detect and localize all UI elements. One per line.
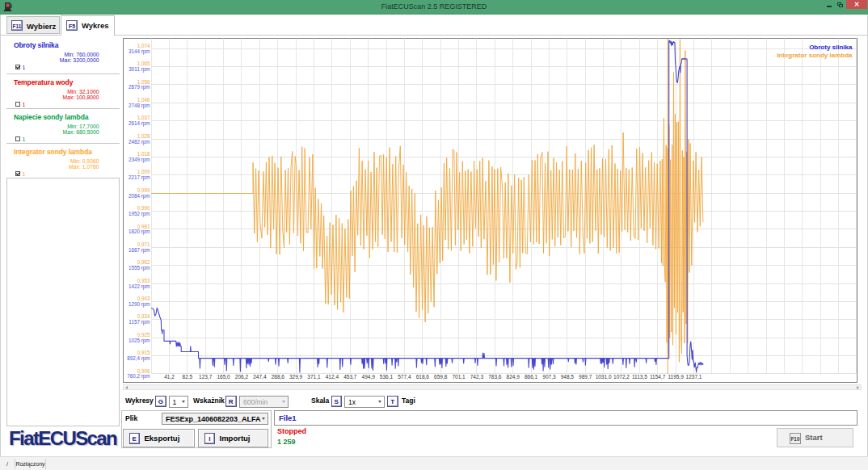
svg-text:82,5: 82,5 — [183, 374, 193, 380]
svg-text:2084 rpm: 2084 rpm — [129, 193, 150, 199]
svg-text:577,4: 577,4 — [398, 374, 411, 380]
svg-text:948,5: 948,5 — [561, 374, 575, 380]
svg-text:41,2: 41,2 — [164, 374, 175, 380]
svg-text:892,4 rpm: 892,4 rpm — [127, 355, 150, 362]
svg-text:618,6: 618,6 — [416, 374, 430, 380]
svg-text:1154,7: 1154,7 — [650, 374, 666, 380]
svg-text:824,9: 824,9 — [507, 374, 520, 380]
svg-text:247,4: 247,4 — [253, 374, 267, 380]
svg-text:3144 rpm: 3144 rpm — [129, 48, 150, 55]
svg-text:2879 rpm: 2879 rpm — [129, 84, 150, 90]
svg-text:1025 rpm: 1025 rpm — [129, 338, 150, 344]
svg-text:907,3: 907,3 — [542, 374, 556, 380]
svg-text:2614 rpm: 2614 rpm — [129, 120, 150, 127]
svg-text:206,2: 206,2 — [235, 374, 249, 380]
svg-text:453,7: 453,7 — [343, 374, 357, 380]
svg-text:1237,1: 1237,1 — [686, 374, 702, 380]
svg-text:3011 rpm: 3011 rpm — [129, 66, 150, 73]
svg-text:1113,5: 1113,5 — [632, 374, 647, 380]
svg-text:Integrator sondy lambda: Integrator sondy lambda — [777, 52, 853, 59]
svg-text:742,3: 742,3 — [470, 374, 484, 380]
svg-text:1157 rpm: 1157 rpm — [129, 319, 150, 325]
svg-text:2748 rpm: 2748 rpm — [129, 103, 150, 109]
svg-text:866,1: 866,1 — [525, 374, 538, 380]
svg-text:760,2 rpm: 760,2 rpm — [127, 373, 150, 380]
svg-text:536,1: 536,1 — [380, 374, 394, 380]
svg-text:1031,0: 1031,0 — [596, 374, 612, 380]
svg-text:1072,2: 1072,2 — [613, 374, 630, 380]
svg-text:412,4: 412,4 — [326, 374, 339, 380]
svg-text:2217 rpm: 2217 rpm — [129, 174, 150, 181]
svg-text:494,9: 494,9 — [362, 374, 376, 380]
svg-text:1555 rpm: 1555 rpm — [129, 265, 150, 271]
svg-text:659,8: 659,8 — [434, 374, 448, 380]
svg-text:2482 rpm: 2482 rpm — [129, 139, 150, 145]
svg-text:1195,9: 1195,9 — [668, 374, 684, 380]
svg-text:989,7: 989,7 — [579, 374, 592, 380]
svg-text:288,6: 288,6 — [272, 374, 285, 380]
svg-text:371,1: 371,1 — [307, 374, 321, 380]
svg-text:1687 rpm: 1687 rpm — [129, 247, 150, 254]
svg-text:2349 rpm: 2349 rpm — [129, 157, 150, 163]
svg-text:1820 rpm: 1820 rpm — [129, 229, 150, 235]
svg-text:783,6: 783,6 — [488, 374, 502, 380]
svg-text:165,0: 165,0 — [217, 374, 230, 380]
svg-text:123,7: 123,7 — [199, 374, 213, 380]
svg-text:329,9: 329,9 — [289, 374, 303, 380]
svg-text:1290 rpm: 1290 rpm — [129, 301, 150, 308]
svg-text:701,1: 701,1 — [452, 374, 466, 380]
svg-text:1422 rpm: 1422 rpm — [129, 283, 150, 290]
svg-text:1952 rpm: 1952 rpm — [129, 211, 150, 217]
svg-text:Obroty silnika: Obroty silnika — [809, 44, 853, 51]
